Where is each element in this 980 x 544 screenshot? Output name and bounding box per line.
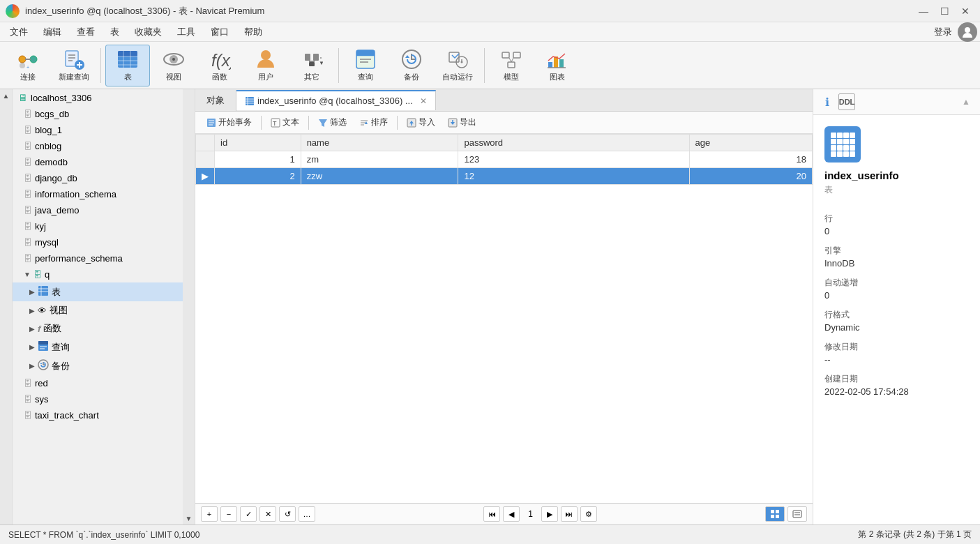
col-age-header[interactable]: age — [689, 135, 812, 151]
more-button[interactable]: … — [299, 506, 315, 522]
col-id-header[interactable]: id — [215, 135, 301, 151]
prev-page-button[interactable]: ◀ — [503, 506, 520, 522]
menu-help[interactable]: 帮助 — [237, 23, 269, 41]
menu-table[interactable]: 表 — [103, 23, 126, 41]
begin-transaction-button[interactable]: 开始事务 — [201, 114, 257, 130]
sidebar-db-taxi_track_chart[interactable]: 🗄 taxi_track_chart — [13, 407, 183, 423]
login-label[interactable]: 登录 — [934, 26, 952, 38]
cancel-button[interactable]: ✕ — [259, 506, 276, 522]
tab-close-icon[interactable]: ✕ — [420, 96, 427, 106]
minimize-button[interactable]: — — [914, 4, 933, 18]
db-icon: 🗄 — [24, 395, 32, 405]
sidebar-db-mysql[interactable]: 🗄 mysql — [13, 234, 183, 250]
user-button[interactable]: 用户 — [243, 45, 288, 86]
next-page-button[interactable]: ▶ — [541, 506, 558, 522]
sidebar-db-kyj[interactable]: 🗄 kyj — [13, 218, 183, 234]
view-button[interactable]: 视图 — [151, 45, 196, 86]
sidebar-db-information_schema[interactable]: 🗄 information_schema — [13, 186, 183, 202]
sidebar-group-table[interactable]: ▶ 表 — [13, 282, 183, 301]
sidebar-db-demodb[interactable]: 🗄 demodb — [13, 154, 183, 170]
sidebar-db-blog_1[interactable]: 🗄 blog_1 — [13, 122, 183, 138]
close-button[interactable]: ✕ — [956, 4, 974, 18]
sidebar-db-bcgs_db[interactable]: 🗄 bcgs_db — [13, 106, 183, 122]
sidebar-root[interactable]: 🖥 localhost_3306 — [13, 89, 183, 106]
cell-name-2[interactable]: zzw — [301, 168, 458, 185]
backup-button[interactable]: 备份 — [389, 45, 434, 86]
cell-id-1[interactable]: 1 — [215, 151, 301, 168]
toolbar: + 连接 新建查询 — [0, 42, 980, 89]
cell-age-2[interactable]: 20 — [689, 168, 812, 185]
sidebar-db-red[interactable]: 🗄 red — [13, 375, 183, 391]
export-label: 导出 — [460, 116, 476, 128]
menu-window[interactable]: 窗口 — [204, 23, 236, 41]
cell-id-2[interactable]: 2 — [215, 168, 301, 185]
model-button[interactable]: 模型 — [489, 45, 534, 86]
sort-icon — [359, 118, 369, 128]
sidebar-group-view[interactable]: ▶ 👁 视图 — [13, 301, 183, 319]
grid-cell — [843, 151, 849, 157]
sidebar-group-backup[interactable]: ▶ 备份 — [13, 356, 183, 375]
cell-name-1[interactable]: zm — [301, 151, 458, 168]
cell-age-1[interactable]: 18 — [689, 151, 812, 168]
text-button[interactable]: T 文本 — [265, 114, 305, 130]
filter-button[interactable]: 筛选 — [312, 114, 352, 130]
table-button[interactable]: 表 — [105, 45, 150, 86]
first-page-button[interactable]: ⏮ — [483, 506, 500, 522]
create-date-value: 2022-02-05 17:54:28 — [824, 386, 969, 397]
confirm-button[interactable]: ✓ — [240, 506, 257, 522]
tab-active[interactable]: index_userinfo @q (localhost_3306) ... ✕ — [236, 90, 436, 110]
sidebar-scroll-up[interactable]: ▲ — [0, 89, 12, 102]
add-row-button[interactable]: + — [201, 506, 218, 522]
other-button[interactable]: ▼ 其它 — [289, 45, 334, 86]
sidebar-db-java_demo[interactable]: 🗄 java_demo — [13, 202, 183, 218]
sidebar-db-performance_schema[interactable]: 🗄 performance_schema — [13, 250, 183, 266]
table-row[interactable]: ▶ 2 zzw 12 20 — [196, 168, 813, 185]
sidebar-db-q[interactable]: ▼ 🗄 q — [13, 266, 183, 282]
db-icon: 🗄 — [24, 411, 32, 421]
db-icon: 🗄 — [24, 109, 32, 119]
tab-objects[interactable]: 对象 — [195, 90, 236, 111]
grid-view-button[interactable] — [765, 506, 785, 522]
ttb-sep-1 — [261, 116, 262, 130]
refresh-button[interactable]: ↺ — [279, 506, 296, 522]
maximize-button[interactable]: ☐ — [935, 4, 953, 18]
page-settings-button[interactable]: ⚙ — [580, 506, 597, 522]
sidebar-db-cnblog[interactable]: 🗄 cnblog — [13, 138, 183, 154]
sort-button[interactable]: 排序 — [354, 114, 393, 130]
delete-row-button[interactable]: − — [220, 506, 237, 522]
menu-view[interactable]: 查看 — [70, 23, 102, 41]
chart-button[interactable]: 图表 — [535, 45, 580, 86]
new-query-button[interactable]: 新建查询 — [52, 45, 96, 86]
svg-point-4 — [20, 63, 25, 68]
last-page-button[interactable]: ⏭ — [561, 506, 578, 522]
info-tab-button[interactable]: ℹ — [819, 93, 836, 110]
scroll-up-btn[interactable]: ▲ — [958, 93, 974, 110]
menu-favorites[interactable]: 收藏夹 — [128, 23, 169, 41]
svg-marker-74 — [319, 119, 327, 127]
svg-text:+: + — [27, 65, 29, 70]
ddl-tab-button[interactable]: DDL — [838, 93, 855, 110]
form-view-button[interactable] — [787, 506, 807, 522]
import-button[interactable]: 导入 — [401, 114, 441, 130]
col-password-header[interactable]: password — [458, 135, 689, 151]
cell-password-2[interactable]: 12 — [458, 168, 689, 185]
menu-file[interactable]: 文件 — [3, 23, 35, 41]
auto-run-icon — [446, 48, 469, 70]
sidebar-db-django_db[interactable]: 🗄 django_db — [13, 170, 183, 186]
cell-password-1[interactable]: 123 — [458, 151, 689, 168]
sidebar-group-query[interactable]: ▶ 查询 — [13, 338, 183, 356]
export-button[interactable]: 导出 — [442, 114, 482, 130]
svg-rect-86 — [776, 510, 779, 513]
sidebar-scroll-down[interactable]: ▼ — [183, 512, 195, 524]
table-row[interactable]: 1 zm 123 18 — [196, 151, 813, 168]
menu-tools[interactable]: 工具 — [170, 23, 202, 41]
col-name-header[interactable]: name — [301, 135, 458, 151]
connect-button[interactable]: + 连接 — [6, 45, 50, 86]
row-indicator-1 — [196, 151, 215, 168]
menu-edit[interactable]: 编辑 — [36, 23, 68, 41]
sidebar-db-sys[interactable]: 🗄 sys — [13, 391, 183, 407]
sidebar-group-function[interactable]: ▶ f 函数 — [13, 319, 183, 338]
function-button[interactable]: f(x) 函数 — [197, 45, 242, 86]
auto-run-button[interactable]: 自动运行 — [435, 45, 480, 86]
query-button[interactable]: 查询 — [343, 45, 388, 86]
